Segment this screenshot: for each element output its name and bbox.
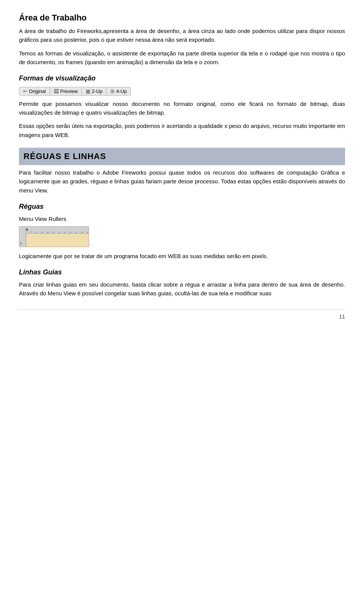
formas-para1: Permite que possamos visualizar nosso do… bbox=[19, 99, 345, 117]
reguas-linhas-banner-title: RÉGUAS E LINHAS bbox=[24, 150, 340, 163]
formas-title: Formas de visualização bbox=[19, 73, 345, 84]
ruler-top-zero-label: 0 bbox=[26, 227, 28, 233]
2up-icon: ▦ bbox=[86, 88, 90, 94]
preview-icon: 🖼 bbox=[54, 88, 59, 94]
ruler-illustration: 0 bbox=[19, 226, 89, 247]
btn-original[interactable]: ✏ Original bbox=[19, 87, 50, 96]
reguas-linhas-banner: RÉGUAS E LINHAS bbox=[19, 148, 345, 165]
section-area-trabalho-title: Área de Trabalho bbox=[19, 11, 345, 24]
linhas-guias-para1: Para criar linhas guias em seu documento… bbox=[19, 280, 345, 298]
btn-preview[interactable]: 🖼 Preview bbox=[50, 87, 82, 96]
4up-icon: ⊞ bbox=[110, 88, 115, 94]
btn-4up[interactable]: ⊞ 4-Up bbox=[106, 87, 131, 96]
btn-original-label: Original bbox=[29, 88, 46, 94]
area-trabalho-para2: Temos as formas de visualização, o assis… bbox=[19, 49, 345, 67]
btn-2up-label: 2-Up bbox=[92, 88, 102, 94]
reguas-menu-label: Menu View Rullers bbox=[19, 214, 345, 223]
btn-2up[interactable]: ▦ 2-Up bbox=[82, 87, 107, 96]
reguas-para1: Logicamente que por se tratar de um prog… bbox=[19, 252, 345, 260]
subsection-linhas-guias: Linhas Guias Para criar linhas guias em … bbox=[19, 267, 345, 298]
subsection-reguas: Réguas Menu View Rullers 0 bbox=[19, 202, 345, 260]
ruler-top-bar: 0 bbox=[19, 227, 89, 233]
ruler-content-area bbox=[26, 233, 89, 247]
section-formas-visualizacao: Formas de visualização ✏ Original 🖼 Prev… bbox=[19, 73, 345, 139]
page-number: 11 bbox=[339, 314, 345, 320]
ruler-zero-label: 0 bbox=[20, 241, 22, 246]
section-area-trabalho: Área de Trabalho A área de trabalho do F… bbox=[19, 11, 345, 66]
ruler-ticks-svg bbox=[31, 227, 89, 233]
reguas-linhas-para1: Para facilitar nosso trabalho o Adobe Fi… bbox=[19, 168, 345, 195]
original-icon: ✏ bbox=[23, 88, 27, 94]
ruler-canvas: 0 bbox=[19, 226, 89, 247]
section-reguas-linhas: Para facilitar nosso trabalho o Adobe Fi… bbox=[19, 168, 345, 298]
linhas-guias-title: Linhas Guias bbox=[19, 267, 345, 278]
view-buttons-row: ✏ Original 🖼 Preview ▦ 2-Up ⊞ 4-Up bbox=[19, 87, 345, 96]
area-trabalho-para1: A área de trabalho do Fireworks,apresent… bbox=[19, 27, 345, 44]
formas-para2: Essas opções serão úteis na exportação, … bbox=[19, 121, 345, 139]
btn-preview-label: Preview bbox=[60, 88, 78, 94]
reguas-title: Réguas bbox=[19, 202, 345, 212]
page-number-area: 11 bbox=[19, 309, 345, 321]
btn-4up-label: 4-Up bbox=[116, 88, 127, 94]
